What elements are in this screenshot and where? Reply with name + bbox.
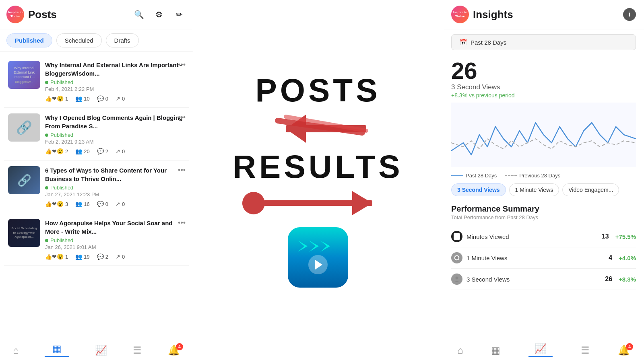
shares-stat: ↗ 0 xyxy=(116,148,125,154)
list-item: Why InternalExternal LinkImportant F... … xyxy=(4,55,189,108)
tab-3second-views[interactable]: 3 Second Views xyxy=(451,183,506,196)
right-nav-posts[interactable]: ▦ xyxy=(491,345,500,356)
nav-item-posts[interactable]: ▦ xyxy=(45,343,69,357)
more-options-button[interactable]: ••• xyxy=(178,219,186,227)
video-app-icon xyxy=(288,227,348,288)
nav-item-home[interactable]: ⌂ xyxy=(13,345,19,356)
more-options-button[interactable]: ••• xyxy=(178,113,186,122)
chart-container xyxy=(443,99,644,171)
post-stats: 👍❤😮 2 👥 20 💬 2 ↗ 0 xyxy=(45,148,185,154)
post-content: How Agorapulse Helps Your Social Soar an… xyxy=(45,219,185,260)
1minute-value: 4 xyxy=(609,254,612,261)
right-nav-analytics[interactable]: 📈 xyxy=(528,343,553,357)
analytics-icon: 📈 xyxy=(95,345,107,356)
post-date: Jan 27, 2021 12:23 PM xyxy=(45,191,185,197)
tabs-row: Published Scheduled Drafts xyxy=(0,29,193,52)
posts-list: Why InternalExternal LinkImportant F... … xyxy=(0,52,193,338)
post-date: Jan 26, 2021 9:01 AM xyxy=(45,244,185,250)
post-content: Why Internal And External Links Are Impo… xyxy=(45,61,185,102)
status-dot xyxy=(45,186,48,189)
compose-button[interactable]: ✏ xyxy=(172,7,186,22)
legend-line-dashed xyxy=(505,175,517,176)
right-nav-home[interactable]: ⌂ xyxy=(457,345,463,356)
tab-drafts[interactable]: Drafts xyxy=(106,33,139,47)
svg-point-4 xyxy=(242,192,265,214)
calendar-icon: 📅 xyxy=(460,39,467,46)
metrics-summary: 26 3 Second Views +8.3% vs previous peri… xyxy=(443,55,644,99)
perf-row-left: 1 Minute Views xyxy=(451,252,507,263)
perf-title: Performance Summary xyxy=(451,204,636,214)
more-options-button[interactable]: ••• xyxy=(178,61,186,69)
reactions-stat: 👍❤😮 1 xyxy=(45,253,68,260)
page-title: Posts xyxy=(28,8,57,21)
minutes-change: +75.5% xyxy=(615,233,636,240)
main-metric-change: +8.3% vs previous period xyxy=(451,92,636,99)
legend-past: Past 28 Days xyxy=(451,173,497,179)
play-button xyxy=(308,255,328,274)
svg-marker-9 xyxy=(320,241,330,252)
metric-tabs: 3 Second Views 1 Minute Views Video Enga… xyxy=(443,180,644,200)
chart-legend: Past 28 Days Previous 28 Days xyxy=(443,171,644,180)
list-item: Social Schedulingto Strategy withAgorapu… xyxy=(4,213,189,266)
post-thumbnail: 🔗 xyxy=(8,166,40,194)
minutes-icon xyxy=(451,231,462,242)
svg-rect-11 xyxy=(454,233,460,240)
brand-logo-right: Inspire to Thrive xyxy=(451,6,469,23)
status-dot xyxy=(45,134,48,137)
reach-stat: 👥 16 xyxy=(75,201,89,207)
right-bottom-nav: ⌂ ▦ 📈 ☰ 🔔 4 xyxy=(443,338,644,362)
graphic-area: POSTS RESULTS xyxy=(193,66,443,296)
post-title: How Agorapulse Helps Your Social Soar an… xyxy=(45,219,185,236)
middle-panel: POSTS RESULTS xyxy=(193,0,443,362)
notification-badge: 4 xyxy=(176,343,183,350)
perf-row-3second: 3 Second Views 26 +8.3% xyxy=(451,269,636,290)
perf-row-left: Minutes Viewed xyxy=(451,231,509,242)
date-filter-label: Past 28 Days xyxy=(471,39,506,46)
post-status: Published xyxy=(45,237,185,243)
shares-stat: ↗ 0 xyxy=(116,253,125,260)
main-metric-label: 3 Second Views xyxy=(451,83,636,91)
header-actions: 🔍 ⚙ ✏ xyxy=(132,7,186,22)
post-status: Published xyxy=(45,132,185,138)
nav-item-inbox[interactable]: ☰ xyxy=(133,345,142,356)
tab-1minute-views[interactable]: 1 Minute Views xyxy=(509,183,559,196)
reach-stat: 👥 20 xyxy=(75,148,89,154)
tab-published[interactable]: Published xyxy=(6,33,52,47)
home-icon: ⌂ xyxy=(457,345,463,356)
tab-scheduled[interactable]: Scheduled xyxy=(56,33,102,47)
list-item: 🔗 Why I Opened Blog Comments Again | Blo… xyxy=(4,108,189,160)
date-filter-button[interactable]: 📅 Past 28 Days xyxy=(451,34,636,50)
info-button[interactable]: i xyxy=(623,8,636,21)
3second-change: +8.3% xyxy=(619,276,636,283)
post-stats: 👍❤😮 1 👥 10 💬 0 ↗ 0 xyxy=(45,95,185,102)
title-row: Inspire to Thrive Posts xyxy=(6,6,57,23)
post-content: Why I Opened Blog Comments Again | Blogg… xyxy=(45,113,185,154)
3second-icon xyxy=(451,274,462,285)
left-arrow-graphic xyxy=(262,107,374,151)
nav-item-notifications[interactable]: 🔔 4 xyxy=(168,345,180,356)
comments-stat: 💬 2 xyxy=(97,148,108,154)
svg-marker-7 xyxy=(298,241,308,252)
search-button[interactable]: 🔍 xyxy=(132,7,146,22)
right-panel: Inspire to Thrive Insights i 📅 Past 28 D… xyxy=(443,0,644,362)
posts-icon: ▦ xyxy=(52,343,62,354)
reach-stat: 👥 19 xyxy=(75,253,89,260)
svg-marker-6 xyxy=(352,191,372,215)
home-icon: ⌂ xyxy=(13,345,19,356)
post-title: Why Internal And External Links Are Impo… xyxy=(45,61,185,78)
more-options-button[interactable]: ••• xyxy=(178,166,186,175)
right-nav-notifications[interactable]: 🔔 4 xyxy=(618,345,630,356)
right-page-title: Insights xyxy=(473,8,513,21)
comments-stat: 💬 0 xyxy=(97,95,108,102)
reactions-stat: 👍❤😮 1 xyxy=(45,95,68,102)
post-stats: 👍❤😮 3 👥 16 💬 0 ↗ 0 xyxy=(45,201,185,207)
filter-button[interactable]: ⚙ xyxy=(152,7,166,22)
tab-video-engagement[interactable]: Video Engagem... xyxy=(562,183,619,196)
main-metric-number: 26 xyxy=(451,59,636,82)
inbox-icon: ☰ xyxy=(133,345,142,356)
minutes-label: Minutes Viewed xyxy=(466,233,509,240)
post-status: Published xyxy=(45,79,185,85)
nav-item-analytics[interactable]: 📈 xyxy=(95,345,107,356)
right-nav-inbox[interactable]: ☰ xyxy=(581,345,590,356)
status-dot xyxy=(45,239,48,242)
